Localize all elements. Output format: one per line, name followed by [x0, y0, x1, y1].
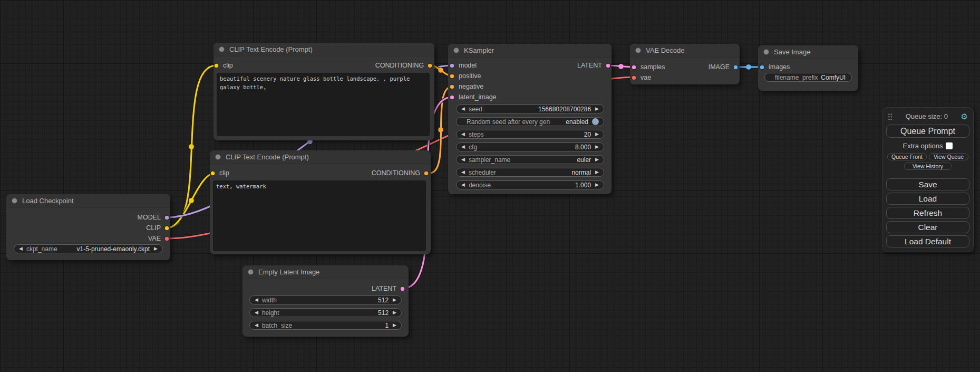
vae-output-dot[interactable]: [164, 236, 170, 242]
decrement-arrow-icon[interactable]: ◀: [461, 145, 465, 149]
increment-arrow-icon[interactable]: ▶: [393, 310, 396, 315]
width-widget[interactable]: ◀ width 512 ▶: [249, 295, 402, 304]
collapse-dot-icon[interactable]: [248, 269, 254, 275]
decrement-arrow-icon[interactable]: ◀: [461, 132, 465, 137]
link-clip-to-negative-prompt[interactable]: [167, 173, 215, 228]
node-save-image[interactable]: Save Image images filename_prefix ComfyU…: [758, 45, 858, 91]
increment-arrow-icon[interactable]: ▶: [595, 107, 599, 111]
decrement-arrow-icon[interactable]: ◀: [255, 310, 258, 315]
increment-arrow-icon[interactable]: ▶: [393, 298, 396, 302]
scheduler-widget[interactable]: ◀ scheduler normal ▶: [456, 168, 604, 177]
queue-prompt-button[interactable]: Queue Prompt: [886, 125, 969, 138]
slot-row: clip CONDITIONING: [210, 168, 429, 178]
output-label: VAE: [148, 235, 161, 242]
decrement-arrow-icon[interactable]: ◀: [255, 298, 258, 302]
decrement-arrow-icon[interactable]: ◀: [461, 170, 465, 175]
collapse-dot-icon[interactable]: [453, 47, 459, 53]
node-titlebar[interactable]: Save Image: [758, 45, 858, 59]
node-graph-canvas[interactable]: Load Checkpoint MODEL CLIP VAE ◀ ckpt_na…: [0, 0, 980, 372]
filename-prefix-widget[interactable]: filename_prefix ComfyUI: [764, 73, 852, 82]
decrement-arrow-icon[interactable]: ◀: [461, 183, 465, 187]
node-clip-text-encode-positive[interactable]: CLIP Text Encode (Prompt) clip CONDITION…: [214, 43, 434, 140]
collapse-dot-icon[interactable]: [763, 49, 769, 55]
clip-output-dot[interactable]: [164, 225, 170, 231]
decrement-arrow-icon[interactable]: ◀: [255, 323, 258, 328]
output-label: CONDITIONING: [375, 62, 424, 69]
load-default-button[interactable]: Load Default: [886, 235, 969, 247]
save-button[interactable]: Save: [886, 178, 969, 190]
decrement-arrow-icon[interactable]: ◀: [461, 157, 465, 162]
node-load-checkpoint[interactable]: Load Checkpoint MODEL CLIP VAE ◀ ckpt_na…: [6, 194, 170, 260]
node-title: VAE Decode: [646, 46, 684, 54]
clear-button[interactable]: Clear: [886, 221, 969, 233]
positive-input-dot[interactable]: [449, 73, 455, 79]
random-seed-widget[interactable]: Random seed after every gen enabled: [456, 117, 604, 126]
height-widget[interactable]: ◀ height 512 ▶: [249, 308, 402, 317]
decrement-arrow-icon[interactable]: ◀: [461, 107, 465, 111]
widget-label: width: [262, 297, 277, 304]
load-button[interactable]: Load: [886, 193, 969, 205]
link-clip-to-positive-prompt[interactable]: [167, 65, 216, 228]
increment-arrow-icon[interactable]: ▶: [595, 132, 599, 137]
slot-row: negative: [449, 81, 611, 92]
model-input-dot[interactable]: [449, 63, 455, 69]
denoise-widget[interactable]: ◀ denoise 1.000 ▶: [456, 180, 604, 189]
settings-gear-icon[interactable]: ⚙: [961, 112, 968, 120]
extra-options-checkbox[interactable]: [946, 142, 953, 149]
vae-input-dot[interactable]: [631, 75, 637, 81]
node-titlebar[interactable]: KSampler: [448, 44, 612, 58]
clip-input-dot[interactable]: [210, 170, 216, 176]
positive-prompt-textarea[interactable]: beautiful scenery nature glass bottle la…: [217, 73, 430, 136]
negative-input-dot[interactable]: [449, 84, 455, 90]
node-ksampler[interactable]: KSampler model LATENT positive negative …: [448, 44, 612, 194]
drag-handle-icon[interactable]: [888, 113, 892, 120]
view-queue-button[interactable]: View Queue: [929, 153, 968, 160]
node-titlebar[interactable]: Empty Latent Image: [242, 265, 409, 279]
increment-arrow-icon[interactable]: ▶: [595, 170, 599, 175]
clip-input-dot[interactable]: [214, 63, 219, 69]
batch-size-widget[interactable]: ◀ batch_size 1 ▶: [249, 321, 402, 330]
model-output-dot[interactable]: [164, 215, 170, 221]
increment-arrow-icon[interactable]: ▶: [595, 183, 599, 187]
node-titlebar[interactable]: CLIP Text Encode (Prompt): [210, 150, 431, 164]
collapse-dot-icon[interactable]: [12, 198, 17, 204]
increment-arrow-icon[interactable]: ▶: [393, 323, 396, 328]
image-output-dot[interactable]: [733, 64, 739, 70]
widget-value: ComfyUI: [821, 74, 846, 81]
refresh-button[interactable]: Refresh: [886, 207, 969, 219]
queue-size-label: Queue size: 0: [892, 112, 961, 120]
collapse-dot-icon[interactable]: [219, 46, 225, 52]
cfg-widget[interactable]: ◀ cfg 8.000 ▶: [456, 142, 604, 151]
node-empty-latent-image[interactable]: Empty Latent Image LATENT ◀ width 512 ▶ …: [242, 265, 409, 337]
ckpt-name-widget[interactable]: ◀ ckpt_name v1-5-pruned-emaonly.ckpt ▶: [14, 244, 163, 253]
latent-output-dot[interactable]: [605, 63, 611, 69]
node-clip-text-encode-negative[interactable]: CLIP Text Encode (Prompt) clip CONDITION…: [210, 150, 431, 254]
increment-arrow-icon[interactable]: ▶: [154, 246, 158, 251]
images-input-dot[interactable]: [759, 64, 765, 70]
node-titlebar[interactable]: CLIP Text Encode (Prompt): [214, 43, 434, 56]
sampler-name-widget[interactable]: ◀ sampler_name euler ▶: [456, 155, 604, 164]
input-label: clip: [219, 169, 229, 177]
input-label: negative: [459, 83, 483, 90]
node-vae-decode[interactable]: VAE Decode samples IMAGE vae: [630, 44, 740, 84]
conditioning-output-dot[interactable]: [427, 63, 433, 69]
node-titlebar[interactable]: Load Checkpoint: [6, 194, 170, 208]
view-history-button[interactable]: View History: [904, 163, 952, 170]
widget-label: sampler_name: [469, 156, 510, 164]
collapse-dot-icon[interactable]: [215, 154, 221, 160]
steps-widget[interactable]: ◀ steps 20 ▶: [456, 130, 604, 139]
widget-label: seed: [469, 106, 482, 113]
increment-arrow-icon[interactable]: ▶: [595, 145, 599, 149]
latent-output-dot[interactable]: [400, 286, 405, 292]
increment-arrow-icon[interactable]: ▶: [595, 157, 599, 162]
negative-prompt-textarea[interactable]: text, watermark: [213, 180, 426, 251]
node-titlebar[interactable]: VAE Decode: [630, 44, 740, 58]
queue-front-button[interactable]: Queue Front: [887, 153, 927, 160]
decrement-arrow-icon[interactable]: ◀: [19, 246, 23, 251]
conditioning-output-dot[interactable]: [423, 170, 429, 176]
random-seed-toggle-icon[interactable]: [592, 118, 599, 125]
collapse-dot-icon[interactable]: [635, 47, 641, 53]
seed-widget[interactable]: ◀ seed 156680208700286 ▶: [456, 104, 604, 113]
samples-input-dot[interactable]: [631, 64, 637, 70]
latent-image-input-dot[interactable]: [449, 94, 455, 100]
